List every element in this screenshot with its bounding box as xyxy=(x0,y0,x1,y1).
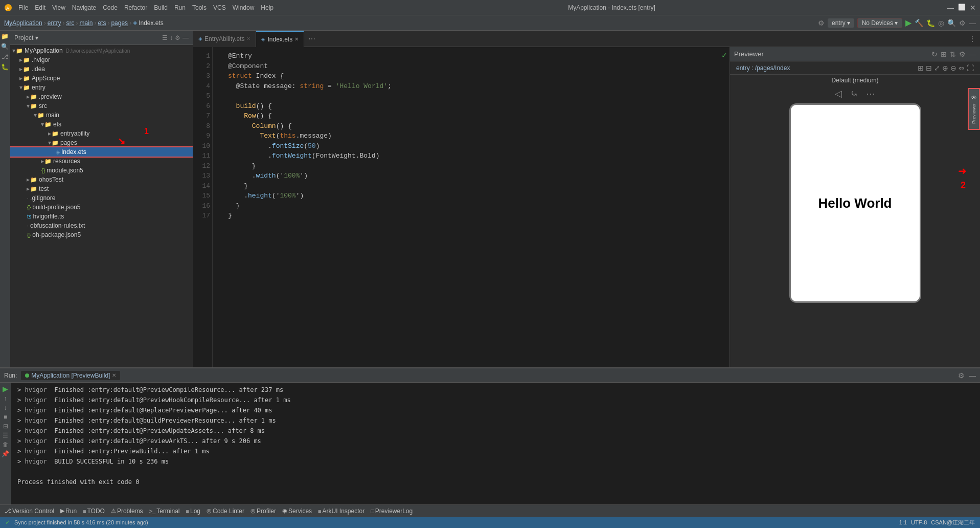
run-button[interactable]: ▶ xyxy=(905,18,911,28)
tree-item-test[interactable]: ▸ 📁test xyxy=(10,184,193,193)
search-icon-btn[interactable]: 🔍 xyxy=(1,43,9,50)
layout-icon[interactable]: ⊞ xyxy=(941,50,947,58)
run-log[interactable]: > hvigor Finished :entry:default@Preview… xyxy=(11,383,980,504)
tree-item-hvigor[interactable]: ▸ 📁.hvigor xyxy=(10,55,193,64)
tab-entryability[interactable]: ◈ EntryAbility.ets ✕ xyxy=(193,31,256,47)
expand-icon[interactable]: ⤢ xyxy=(934,64,940,72)
previewer-side-tab[interactable]: 👁 Previewer xyxy=(968,88,980,130)
toolbar-item-todo[interactable]: ≡TODO xyxy=(80,505,107,517)
tree-item-resources[interactable]: ▸ 📁resources xyxy=(10,157,193,166)
tab-indexets[interactable]: ◈ Index.ets ✕ xyxy=(256,31,304,47)
play-icon-btn[interactable]: ▶ xyxy=(3,385,8,393)
stop-icon-btn[interactable]: ■ xyxy=(4,413,7,421)
toolbar-item-run[interactable]: ▶Run xyxy=(58,505,79,517)
toolbar-item-log[interactable]: ≡Log xyxy=(184,505,203,517)
project-icon3[interactable]: ⚙ xyxy=(175,34,180,41)
run-collapse-icon[interactable]: — xyxy=(969,371,976,380)
tree-item-myapp[interactable]: ▾ 📁MyApplication D:\workspace\MyApplicat… xyxy=(10,46,193,55)
menu-item-navigate[interactable]: Navigate xyxy=(69,3,99,12)
tree-item-modulejson5[interactable]: {}module.json5 xyxy=(10,166,193,175)
tree-item-preview[interactable]: ▸ 📁.preview xyxy=(10,92,193,101)
tab-entryability-close[interactable]: ✕ xyxy=(246,36,250,41)
fullscreen-icon[interactable]: ⛶ xyxy=(967,64,974,72)
tab-indexets-close[interactable]: ✕ xyxy=(294,36,299,42)
breadcrumb-myapp[interactable]: MyApplication xyxy=(4,19,42,27)
tree-item-main[interactable]: ▾ 📁main xyxy=(10,111,193,120)
project-icon4[interactable]: — xyxy=(183,34,189,41)
tree-item-ohostest[interactable]: ▸ 📁ohosTest xyxy=(10,175,193,184)
debug-button[interactable]: 🐛 xyxy=(926,19,935,27)
tree-item-buildprofile[interactable]: {}build-profile.json5 xyxy=(10,203,193,212)
layers-icon[interactable]: ⊟ xyxy=(926,64,932,72)
tree-item-ohpackage[interactable]: {}oh-package.json5 xyxy=(10,230,193,239)
tree-item-appscope[interactable]: ▸ 📁AppScope xyxy=(10,74,193,83)
search-button[interactable]: 🔍 xyxy=(947,19,956,27)
tree-item-gitignore[interactable]: ·.gitignore xyxy=(10,193,193,203)
settings3-icon[interactable]: ⚙ xyxy=(959,50,966,58)
code-body[interactable]: @Entry@Componentstruct Index { @State me… xyxy=(222,47,730,367)
menu-item-vcs[interactable]: VCS xyxy=(210,3,229,12)
clear-icon-btn[interactable]: 🗑 xyxy=(3,441,9,448)
run-close-icon[interactable]: ✕ xyxy=(112,372,116,378)
debug-icon-btn[interactable]: 🐛 xyxy=(1,63,9,71)
menu-item-edit[interactable]: Edit xyxy=(32,3,49,12)
tab-more-btn[interactable]: ⋯ xyxy=(304,35,320,43)
zoom-out-icon[interactable]: ⊖ xyxy=(950,64,956,72)
scroll-up-icon[interactable]: ↑ xyxy=(4,395,7,402)
minimize-button[interactable]: — xyxy=(947,4,954,12)
sync-icon[interactable]: ⇅ xyxy=(950,50,956,58)
toolbar-item-terminal[interactable]: >_Terminal xyxy=(147,505,183,517)
run-settings-icon[interactable]: ⚙ xyxy=(958,371,965,380)
toolbar-item-arkui-inspector[interactable]: ≡ArkUI Inspector xyxy=(315,505,367,517)
menu-item-tools[interactable]: Tools xyxy=(189,3,210,12)
code-editor[interactable]: 1234567891011121314151617 @Entry@Compone… xyxy=(193,47,730,367)
grid-icon[interactable]: ⊞ xyxy=(918,64,924,72)
menu-item-code[interactable]: Code xyxy=(100,3,121,12)
filter-icon-btn[interactable]: ⊟ xyxy=(3,423,8,430)
close-button[interactable]: ✕ xyxy=(970,4,976,12)
menu-item-run[interactable]: Run xyxy=(171,3,189,12)
resize-icon[interactable]: ⇔ xyxy=(959,64,965,72)
breadcrumb-src[interactable]: src xyxy=(66,19,74,27)
tree-item-src[interactable]: ▾ 📁src xyxy=(10,101,193,111)
tree-item-idea[interactable]: ▸ 📁.idea xyxy=(10,64,193,74)
settings2-icon[interactable]: ⚙ xyxy=(959,19,966,27)
toolbar-item-problems[interactable]: ⚠Problems xyxy=(108,505,146,517)
breadcrumb-main[interactable]: main xyxy=(79,19,93,27)
toolbar-item-profiler[interactable]: ◎Profiler xyxy=(248,505,279,517)
menu-item-file[interactable]: File xyxy=(15,3,31,12)
tree-item-entry[interactable]: ▾ 📁entry xyxy=(10,83,193,92)
menu-item-window[interactable]: Window xyxy=(230,3,258,12)
git-icon-btn[interactable]: ⎇ xyxy=(2,53,9,60)
breadcrumb-indexets[interactable]: Index.ets xyxy=(139,19,164,27)
breadcrumb-entry[interactable]: entry xyxy=(48,19,61,27)
tree-item-obfuscation[interactable]: ·obfuscation-rules.txt xyxy=(10,221,193,230)
rotate-icon[interactable]: ⤿ xyxy=(850,88,858,99)
toolbar-item-services[interactable]: ◉Services xyxy=(280,505,314,517)
menu-item-build[interactable]: Build xyxy=(151,3,171,12)
no-devices-dropdown[interactable]: No Devices ▾ xyxy=(857,18,902,28)
minimize2-button[interactable]: — xyxy=(969,19,976,27)
profile-button[interactable]: ◎ xyxy=(938,19,944,27)
zoom-in-icon[interactable]: ⊕ xyxy=(942,64,948,72)
menu-item-help[interactable]: Help xyxy=(258,3,277,12)
breadcrumb-pages[interactable]: pages xyxy=(111,19,128,27)
folder-icon-btn[interactable]: 📁 xyxy=(1,33,9,40)
breadcrumb-ets[interactable]: ets xyxy=(98,19,106,27)
tree-item-indexets[interactable]: ◈Index.ets xyxy=(10,147,193,157)
pin-icon-btn[interactable]: 📌 xyxy=(2,450,9,457)
prev-device-icon[interactable]: ◁ xyxy=(835,88,842,99)
menu-item-view[interactable]: View xyxy=(49,3,69,12)
more-options-icon[interactable]: ⋯ xyxy=(866,88,875,99)
menu-item-refactor[interactable]: Refactor xyxy=(121,3,150,12)
scroll-down-icon[interactable]: ↓ xyxy=(4,404,7,411)
list-icon-btn[interactable]: ☰ xyxy=(3,432,8,439)
tree-item-hvigorfile[interactable]: tshvigorfile.ts xyxy=(10,212,193,221)
settings-icon[interactable]: ⚙ xyxy=(818,19,825,27)
refresh-icon[interactable]: ↻ xyxy=(931,50,938,58)
build-button[interactable]: 🔨 xyxy=(915,19,923,27)
maximize-button[interactable]: ⬜ xyxy=(958,4,966,12)
toolbar-item-previewerlog[interactable]: □PreviewerLog xyxy=(368,505,415,517)
project-icon1[interactable]: ☰ xyxy=(162,34,168,41)
toolbar-item-code-linter[interactable]: ◎Code Linter xyxy=(204,505,247,517)
